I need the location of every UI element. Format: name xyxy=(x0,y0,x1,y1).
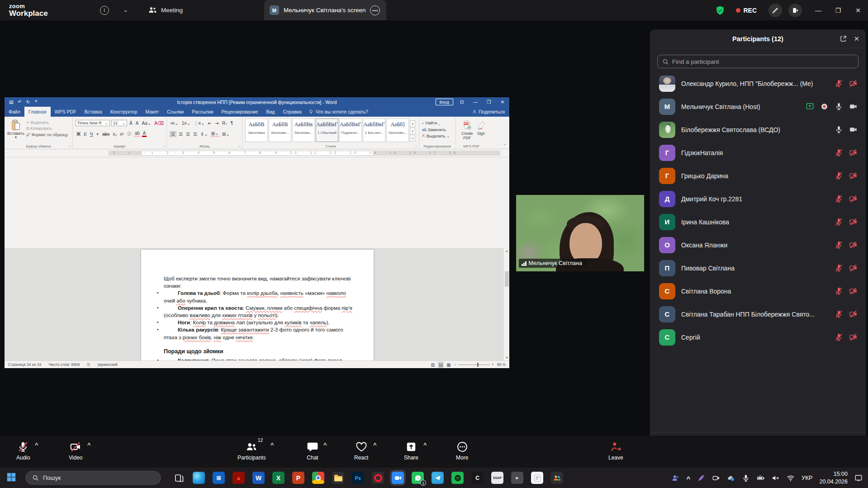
font-color-button[interactable]: А xyxy=(142,131,147,137)
security-shield-icon[interactable] xyxy=(715,5,725,15)
scroll-up-icon[interactable]: ▲ xyxy=(504,248,510,254)
onedrive-icon[interactable]: i xyxy=(727,474,735,482)
wifi-icon[interactable] xyxy=(787,474,795,482)
dialog-launcher-icon[interactable]: ⌐ xyxy=(69,145,71,148)
volume-muted-icon[interactable] xyxy=(772,474,780,482)
camera-icon[interactable] xyxy=(849,102,858,111)
word-menu-tab-wps-pdf[interactable]: WPS PDF xyxy=(51,107,81,117)
taskbar-clock[interactable]: 15:00 20.04.2026 xyxy=(819,470,848,485)
sort-button[interactable]: Я↓ xyxy=(221,121,228,126)
mic-icon[interactable] xyxy=(835,125,843,134)
word-restore-button[interactable]: ❐ xyxy=(484,99,494,104)
notification-center-button[interactable] xyxy=(854,468,863,488)
taskbar-app-whatsapp[interactable]: 1 xyxy=(412,472,424,484)
scrollbar-thumb[interactable] xyxy=(505,271,509,287)
style-1-Без-инт-[interactable]: АаБбВвГ1 Без инт... xyxy=(363,118,385,142)
tab-options-icon[interactable]: ••• xyxy=(370,5,380,15)
underline-button[interactable]: Ч xyxy=(89,132,94,137)
participants-options-chevron-icon[interactable]: ∧ xyxy=(270,441,275,446)
word-document-area[interactable]: Щоб експерти змогли точно визначити вид,… xyxy=(5,248,509,360)
share-options-chevron-icon[interactable]: ∧ xyxy=(422,441,427,446)
tell-me-box[interactable]: Что вы хотите сделать? xyxy=(308,109,368,114)
sign-button[interactable]: Sign xyxy=(477,120,486,140)
paste-button[interactable]: Вставить ▼ xyxy=(7,118,24,142)
annotate-button[interactable] xyxy=(768,4,782,17)
status-word-count[interactable]: Число слов: 9909 xyxy=(48,362,80,367)
word-menu-tab-ссылки[interactable]: Ссылки xyxy=(163,107,188,117)
taskbar-search-input[interactable]: Пошук xyxy=(25,471,161,485)
word-share-button[interactable]: Поделиться xyxy=(472,109,505,114)
minimize-button[interactable]: — xyxy=(808,0,828,20)
language-indicator[interactable]: УКР xyxy=(802,474,813,481)
mic-off-icon[interactable] xyxy=(835,310,843,318)
taskbar-app-word[interactable]: W xyxy=(252,472,265,484)
participant-row[interactable]: ИІрина Кашнікова xyxy=(650,210,866,233)
show-marks-button[interactable]: ¶ xyxy=(230,121,234,126)
video-options-chevron-icon[interactable]: ∧ xyxy=(86,441,91,446)
camera-off-icon[interactable] xyxy=(849,148,858,157)
camera-off-icon[interactable] xyxy=(849,194,858,203)
decrease-indent-button[interactable]: ⇤ xyxy=(207,121,213,126)
react-options-chevron-icon[interactable]: ∧ xyxy=(372,441,377,446)
camera-icon[interactable] xyxy=(849,125,858,134)
camera-off-icon[interactable] xyxy=(849,310,858,318)
participant-row[interactable]: ССвітлана Ворона xyxy=(650,280,866,303)
copy-button[interactable]: ⧉ Копировать xyxy=(26,126,68,131)
word-menu-tab-вид[interactable]: Вид xyxy=(262,107,279,117)
word-menu-tab-макет[interactable]: Макет xyxy=(142,107,163,117)
word-menu-tab-рассылки[interactable]: Рассылки xyxy=(188,107,217,117)
style-1-Обычный[interactable]: АаБбВвГ1 Обычный xyxy=(316,118,338,142)
text-effects-icon[interactable]: Ⓐ xyxy=(126,131,133,137)
taskbar-app-acrobat[interactable]: ▲ xyxy=(232,472,245,484)
microphone-tray-icon[interactable] xyxy=(742,474,750,482)
camera-off-icon[interactable] xyxy=(849,264,858,272)
taskbar-app-code[interactable]: C xyxy=(471,472,484,484)
select-button[interactable]: ⇱ Выделить ⌄ xyxy=(422,134,454,138)
word-menu-tab-файл[interactable]: Файл xyxy=(5,107,24,117)
mic-off-icon[interactable] xyxy=(835,264,843,272)
more-button[interactable]: More xyxy=(456,439,468,461)
align-left-button[interactable]: ☰ xyxy=(170,131,176,137)
camera-off-icon[interactable] xyxy=(849,287,858,295)
taskbar-app-task-view[interactable] xyxy=(173,472,185,484)
audio-button[interactable]: Audio∧ xyxy=(16,439,30,461)
underline-chevron-icon[interactable]: ▼ xyxy=(95,133,100,136)
style-Заголово-[interactable]: АаБб]Заголово... xyxy=(386,118,409,142)
increase-indent-button[interactable]: ⇥ xyxy=(214,121,219,126)
justify-button[interactable]: ☰ xyxy=(192,132,198,137)
taskbar-app-opera[interactable] xyxy=(372,472,384,484)
font-size-select[interactable]: 12 ⌄ xyxy=(111,120,127,126)
zoom-percentage[interactable]: 89 % xyxy=(497,362,506,367)
print-layout-icon[interactable]: ▤ xyxy=(438,362,443,368)
mic-icon[interactable] xyxy=(835,102,843,111)
shading-button[interactable]: ◍⌄ xyxy=(210,131,220,137)
collapse-ribbon-icon[interactable]: ⌃ xyxy=(503,143,507,148)
word-menu-tab-конструктор[interactable]: Конструктор xyxy=(106,107,142,117)
taskbar-app-store[interactable]: ⊞ xyxy=(213,472,225,484)
status-language[interactable]: украинский xyxy=(97,362,117,367)
multilevel-list-button[interactable]: ⋮≡⌄ xyxy=(193,121,206,126)
style-Заголовок[interactable]: АаБбВЗаголовок xyxy=(245,118,268,142)
line-spacing-button[interactable]: ⇕⌄ xyxy=(199,132,209,137)
participant-row[interactable]: ООксана Яланжи xyxy=(650,233,866,256)
participant-row[interactable]: Олександр Курило, НПП "Білобережж... (Me… xyxy=(650,72,866,95)
proofing-icon[interactable]: ⎘ xyxy=(87,362,90,367)
participants-button[interactable]: 12Participants∧ xyxy=(237,439,266,461)
styles-up-icon[interactable]: ∧ xyxy=(410,120,415,127)
chat-options-chevron-icon[interactable]: ∧ xyxy=(323,441,327,446)
info-icon[interactable]: i xyxy=(100,6,109,15)
side-panel-button[interactable] xyxy=(788,4,802,17)
scroll-down-icon[interactable]: ▼ xyxy=(504,355,510,360)
zoom-in-icon[interactable]: + xyxy=(492,362,494,367)
font-name-select[interactable]: Times New R ⌄ xyxy=(76,120,110,126)
zoom-out-icon[interactable]: − xyxy=(454,362,456,367)
word-close-button[interactable]: ✕ xyxy=(498,99,508,104)
bold-button[interactable]: Ж xyxy=(76,132,81,137)
audio-options-chevron-icon[interactable]: ∧ xyxy=(34,441,39,446)
align-center-button[interactable]: ☰ xyxy=(178,132,184,137)
word-menu-tab-справка[interactable]: Справка xyxy=(279,107,305,117)
italic-button[interactable]: К xyxy=(83,132,88,137)
taskbar-app-excel[interactable]: X xyxy=(272,472,285,484)
leave-button[interactable]: Leave xyxy=(608,439,623,461)
mic-off-icon[interactable] xyxy=(835,194,843,203)
